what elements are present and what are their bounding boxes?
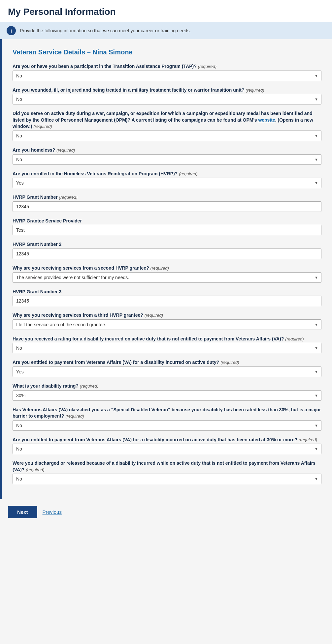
third-grantee-reason-label: Why are you receiving services from a th…	[13, 312, 321, 319]
hvrp-grant-number-required: (required)	[59, 195, 78, 200]
page-header: My Personal Information	[0, 0, 332, 22]
homeless-group: Are you homeless? (required) No Yes	[13, 147, 321, 165]
hvrp-grant-number-group: HVRP Grant Number (required)	[13, 194, 321, 212]
wounded-ill-select[interactable]: No Yes	[13, 94, 321, 104]
info-icon: i	[7, 26, 16, 35]
form-container: Veteran Service Details – Nina Simone Ar…	[2, 39, 332, 499]
wounded-ill-group: Are you wounded, ill, or injured and bei…	[13, 87, 321, 105]
opm-website-link[interactable]: website	[258, 117, 275, 123]
va-payment-entitled-label: Are you entitled to payment from Veteran…	[13, 359, 321, 366]
active-duty-campaign-required: (required)	[33, 124, 52, 129]
second-grantee-reason-group: Why are you receiving services from a se…	[13, 265, 321, 283]
hvrp-enrolled-select-wrapper: No Yes	[13, 178, 321, 188]
hvrp-enrolled-group: Are you enrolled in the Homeless Veteran…	[13, 171, 321, 189]
special-disabled-veteran-label: Has Veterans Affairs (VA) classified you…	[13, 407, 321, 420]
homeless-required: (required)	[56, 148, 75, 153]
next-button[interactable]: Next	[8, 506, 37, 518]
homeless-select-wrapper: No Yes	[13, 154, 321, 165]
disability-rating-select-wrapper: 10% 20% 30% 40% 50% 60% 70% 80% 90% 100%	[13, 390, 321, 401]
hvrp-grantee-provider-group: HVRP Grantee Service Provider	[13, 218, 321, 236]
va-30-percent-required: (required)	[299, 437, 317, 442]
hvrp-grantee-provider-input[interactable]	[13, 225, 321, 235]
active-duty-campaign-select[interactable]: No Yes	[13, 131, 321, 141]
va-payment-entitled-group: Are you entitled to payment from Veteran…	[13, 359, 321, 377]
hvrp-grant-number-3-input[interactable]	[13, 296, 321, 306]
hvrp-grant-number-2-input[interactable]	[13, 249, 321, 259]
va-30-percent-select[interactable]: No Yes	[13, 444, 321, 454]
tap-participant-select[interactable]: No Yes	[13, 71, 321, 81]
va-payment-entitled-select[interactable]: No Yes	[13, 366, 321, 377]
info-text: Provide the following information so tha…	[20, 28, 191, 33]
disability-rating-va-select-wrapper: No Yes	[13, 343, 321, 353]
second-grantee-reason-required: (required)	[150, 266, 169, 271]
hvrp-enrolled-select[interactable]: No Yes	[13, 178, 321, 188]
disability-rating-va-required: (required)	[285, 337, 304, 341]
disability-rating-group: What is your disability rating? (require…	[13, 383, 321, 401]
hvrp-enrolled-required: (required)	[179, 171, 197, 176]
va-30-percent-group: Are you entitled to payment from Veteran…	[13, 437, 321, 454]
discharged-disability-label: Were you discharged or released because …	[13, 460, 321, 473]
tap-participant-select-wrapper: No Yes	[13, 71, 321, 81]
special-disabled-veteran-select-wrapper: No Yes	[13, 420, 321, 431]
second-grantee-reason-select-wrapper: The services provided were not sufficien…	[13, 272, 321, 283]
tap-participant-group: Are you or have you been a participant i…	[13, 63, 321, 81]
third-grantee-reason-required: (required)	[145, 313, 163, 318]
main-content: Veteran Service Details – Nina Simone Ar…	[0, 39, 332, 499]
active-duty-campaign-select-wrapper: No Yes	[13, 131, 321, 141]
wounded-ill-required: (required)	[246, 88, 264, 93]
page-title: My Personal Information	[8, 7, 324, 17]
previous-button[interactable]: Previous	[43, 509, 62, 515]
section-title: Veteran Service Details – Nina Simone	[13, 48, 321, 56]
hvrp-enrolled-label: Are you enrolled in the Homeless Veteran…	[13, 171, 321, 177]
info-banner: i Provide the following information so t…	[0, 22, 332, 39]
special-disabled-veteran-group: Has Veterans Affairs (VA) classified you…	[13, 407, 321, 431]
disability-rating-select[interactable]: 10% 20% 30% 40% 50% 60% 70% 80% 90% 100%	[13, 390, 321, 401]
active-duty-campaign-label: Did you serve on active duty during a wa…	[13, 110, 321, 130]
hvrp-grant-number-label: HVRP Grant Number (required)	[13, 194, 321, 201]
va-30-percent-select-wrapper: No Yes	[13, 444, 321, 454]
tap-participant-required: (required)	[198, 64, 216, 69]
disability-rating-label: What is your disability rating? (require…	[13, 383, 321, 390]
hvrp-grantee-provider-label: HVRP Grantee Service Provider	[13, 218, 321, 224]
homeless-select[interactable]: No Yes	[13, 154, 321, 165]
homeless-label: Are you homeless? (required)	[13, 147, 321, 154]
special-disabled-veteran-select[interactable]: No Yes	[13, 420, 321, 431]
hvrp-grant-number-input[interactable]	[13, 201, 321, 212]
va-30-percent-label: Are you entitled to payment from Veteran…	[13, 437, 321, 443]
footer-buttons: Next Previous	[0, 499, 332, 525]
tap-participant-label: Are you or have you been a participant i…	[13, 63, 321, 70]
hvrp-grant-number-2-label: HVRP Grant Number 2	[13, 241, 321, 248]
third-grantee-reason-group: Why are you receiving services from a th…	[13, 312, 321, 330]
va-payment-entitled-select-wrapper: No Yes	[13, 366, 321, 377]
wounded-ill-label: Are you wounded, ill, or injured and bei…	[13, 87, 321, 94]
discharged-disability-select-wrapper: No Yes	[13, 474, 321, 484]
disability-rating-va-group: Have you received a rating for a disabil…	[13, 336, 321, 354]
discharged-disability-group: Were you discharged or released because …	[13, 460, 321, 484]
third-grantee-reason-select-wrapper: I left the service area of the second gr…	[13, 319, 321, 330]
third-grantee-reason-select[interactable]: I left the service area of the second gr…	[13, 319, 321, 330]
special-disabled-veteran-required: (required)	[65, 414, 84, 419]
va-payment-entitled-required: (required)	[220, 360, 239, 365]
hvrp-grant-number-3-label: HVRP Grant Number 3	[13, 289, 321, 295]
second-grantee-reason-label: Why are you receiving services from a se…	[13, 265, 321, 272]
disability-rating-va-label: Have you received a rating for a disabil…	[13, 336, 321, 342]
hvrp-grant-number-2-group: HVRP Grant Number 2	[13, 241, 321, 259]
disability-rating-required: (required)	[80, 384, 98, 389]
discharged-disability-required: (required)	[26, 467, 44, 472]
disability-rating-va-select[interactable]: No Yes	[13, 343, 321, 353]
discharged-disability-select[interactable]: No Yes	[13, 474, 321, 484]
hvrp-grant-number-3-group: HVRP Grant Number 3	[13, 289, 321, 307]
wounded-ill-select-wrapper: No Yes	[13, 94, 321, 104]
active-duty-campaign-group: Did you serve on active duty during a wa…	[13, 110, 321, 141]
second-grantee-reason-select[interactable]: The services provided were not sufficien…	[13, 272, 321, 283]
